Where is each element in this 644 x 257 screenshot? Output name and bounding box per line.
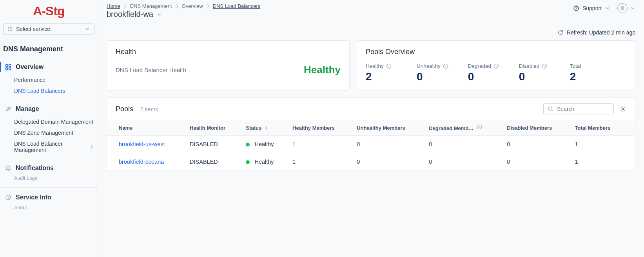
info-icon[interactable] (477, 125, 482, 131)
stat-label: Unhealthy (417, 63, 441, 69)
chevron-right-icon: ❯ (123, 4, 127, 9)
search-input[interactable] (557, 106, 610, 112)
sort-icon: ▲▼ (265, 126, 268, 130)
col-healthy-members[interactable]: Healthy Members (288, 120, 352, 136)
cell-degraded: 0 (424, 136, 502, 153)
grip-icon (7, 26, 13, 32)
sidebar-item-overview[interactable]: Overview (0, 60, 98, 74)
logo-text: A-Stg (33, 4, 64, 18)
pools-table: Name Health Monitor Status ▲▼ Healthy Me… (107, 120, 635, 171)
sidebar-meta-about: About (0, 205, 98, 214)
cell-unhealthy: 0 (352, 153, 424, 171)
sidebar-item-label: Overview (16, 63, 44, 71)
sidebar-item-notifications[interactable]: Notifications (0, 161, 98, 176)
cell-health-monitor: DISABLED (185, 136, 241, 153)
info-icon[interactable] (493, 63, 499, 69)
stat-healthy: Healthy 2 (366, 63, 397, 83)
chevron-right-icon: ❯ (175, 4, 179, 9)
col-health-monitor[interactable]: Health Monitor (185, 120, 241, 136)
svg-point-4 (10, 29, 11, 29)
stat-degraded: Degraded 0 (468, 63, 499, 83)
svg-rect-9 (6, 65, 8, 67)
sidebar-sub-delegated-domain[interactable]: Delegated Domain Management (0, 116, 98, 127)
cell-healthy: 1 (288, 153, 352, 171)
stat-unhealthy: Unhealthy 0 (417, 63, 448, 83)
search-input-wrap[interactable] (543, 103, 614, 114)
support-label: Support (582, 5, 602, 11)
cell-unhealthy: 0 (352, 136, 424, 153)
bell-icon (5, 165, 12, 171)
health-card: Health DNS Load Balancer Health Healthy (107, 40, 350, 90)
table-row[interactable]: brookfield-oceana DISABLED Healthy 1 0 0… (107, 153, 635, 171)
status-dot-icon (246, 143, 250, 147)
user-menu[interactable] (617, 3, 635, 13)
sidebar-sub-dns-zone[interactable]: DNS Zone Management (0, 127, 98, 138)
pools-table-title: Pools (116, 105, 133, 113)
svg-rect-11 (6, 68, 8, 70)
status-dot-icon (246, 160, 250, 164)
chevron-right-icon: ❯ (206, 4, 210, 9)
cell-degraded: 0 (424, 153, 502, 171)
svg-point-21 (622, 108, 624, 110)
table-settings-button[interactable] (619, 105, 626, 112)
sidebar-item-label: Notifications (16, 165, 54, 172)
sidebar-sub-label: DNS Load Balancer Management (14, 141, 89, 153)
brand-logo: A-Stg (0, 0, 98, 20)
breadcrumb: Home ❯ DNS Management ❯ Overview ❯ DNS L… (107, 3, 260, 9)
svg-point-6 (8, 30, 9, 31)
stat-label: Total (570, 63, 581, 69)
table-row[interactable]: brookfield-us-west DISABLED Healthy 1 0 … (107, 136, 635, 153)
breadcrumb-dns-load-balancers[interactable]: DNS Load Balancers (213, 3, 260, 9)
col-status[interactable]: Status ▲▼ (241, 120, 288, 136)
refresh-button[interactable] (557, 29, 564, 36)
breadcrumb-home[interactable]: Home (107, 3, 120, 9)
col-total-members[interactable]: Total Members (570, 120, 635, 136)
col-degraded-members[interactable]: Degraded Memb… (424, 120, 502, 136)
pools-overview-card: Pools Overview Healthy 2 Unhealthy (357, 40, 635, 90)
sidebar-sub-dns-lb-mgmt[interactable]: DNS Load Balancer Management (0, 138, 98, 156)
info-icon[interactable] (386, 63, 392, 69)
sidebar-sub-label: Delegated Domain Management (14, 119, 93, 125)
page-switcher[interactable] (156, 12, 162, 17)
col-disabled-members[interactable]: Disabled Members (502, 120, 570, 136)
health-card-status: Healthy (304, 64, 341, 76)
overview-icon (5, 64, 12, 70)
search-icon (548, 106, 554, 112)
info-icon[interactable] (443, 63, 448, 69)
chevron-down-icon (85, 26, 90, 32)
sidebar-sub-label: DNS Zone Management (14, 130, 73, 136)
breadcrumb-dns-management[interactable]: DNS Management (130, 3, 172, 9)
sidebar-item-manage[interactable]: Manage (0, 101, 98, 116)
support-menu[interactable]: Support (573, 5, 610, 11)
svg-point-3 (8, 29, 9, 29)
svg-point-0 (8, 27, 9, 28)
svg-point-2 (11, 27, 12, 28)
cell-healthy: 1 (288, 136, 352, 153)
sidebar-sub-label: Performance (14, 77, 45, 83)
topbar: Home ❯ DNS Management ❯ Overview ❯ DNS L… (98, 0, 644, 23)
pool-name-link[interactable]: brookfield-us-west (107, 136, 185, 153)
health-card-title: Health (116, 48, 341, 56)
sidebar-sub-performance[interactable]: Performance (0, 74, 98, 85)
stat-value: 2 (570, 71, 601, 83)
info-icon[interactable] (542, 63, 547, 69)
sidebar-meta-audit-logs: Audit Logs (0, 176, 98, 185)
svg-point-15 (622, 7, 624, 9)
svg-point-8 (11, 30, 12, 31)
sidebar-item-service-info[interactable]: Service Info (0, 190, 98, 205)
chevron-down-icon (605, 5, 610, 11)
pool-name-link[interactable]: brookfield-oceana (107, 153, 185, 171)
stat-value: 0 (417, 71, 448, 83)
breadcrumb-overview[interactable]: Overview (182, 3, 203, 9)
col-unhealthy-members[interactable]: Unhealthy Members (352, 120, 424, 136)
service-selector[interactable]: Select service (3, 23, 94, 35)
health-card-label: DNS Load Balancer Health (116, 67, 186, 73)
sidebar-sub-dns-load-balancers[interactable]: DNS Load Balancers (0, 85, 98, 96)
col-name[interactable]: Name (107, 120, 185, 136)
svg-point-7 (10, 30, 11, 31)
stat-value: 0 (519, 71, 550, 83)
cell-disabled: 0 (502, 136, 570, 153)
help-icon (573, 5, 579, 11)
sidebar-item-label: Manage (16, 105, 39, 112)
cell-total: 1 (570, 136, 635, 153)
